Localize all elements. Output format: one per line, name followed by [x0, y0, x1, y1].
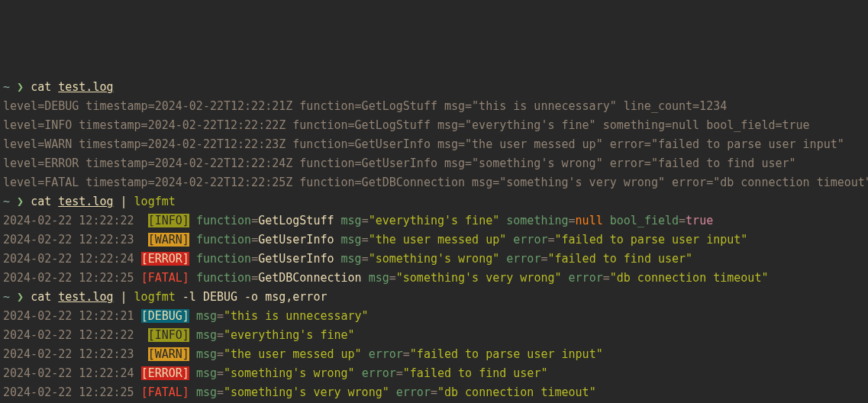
- equals-sign: =: [389, 271, 396, 285]
- log-key: function: [196, 233, 251, 247]
- log-key: error: [513, 233, 547, 247]
- equals-sign: =: [396, 366, 403, 380]
- log-key: msg: [369, 271, 389, 285]
- prompt-home: ~: [3, 80, 17, 94]
- log-value: "something's very wrong": [224, 385, 389, 399]
- log-value: "this is unnecessary": [224, 309, 369, 323]
- log-line: 2024-02-22 12:22:24 [ERROR] msg="somethi…: [3, 364, 865, 383]
- cat-command: cat: [31, 195, 58, 208]
- log-key: something: [506, 214, 568, 227]
- log-key: msg: [196, 309, 217, 323]
- raw-log-line: level=DEBUG timestamp=2024-02-22T12:22:2…: [3, 97, 865, 116]
- filename: test.log: [58, 80, 113, 94]
- log-line: 2024-02-22 12:22:23 [WARN] msg="the user…: [3, 345, 865, 364]
- level-badge-fatal: [FATAL]: [141, 385, 189, 399]
- level-badge-error: [ERROR]: [141, 366, 189, 380]
- log-line: 2024-02-22 12:22:25 [FATAL] msg="somethi…: [3, 383, 865, 402]
- log-line: 2024-02-22 12:22:22 [INFO] msg="everythi…: [3, 326, 865, 345]
- log-key: msg: [196, 366, 217, 380]
- timestamp: 2024-02-22 12:22:23: [3, 347, 134, 361]
- timestamp: 2024-02-22 12:22:22: [3, 214, 134, 227]
- equals-sign: =: [362, 252, 369, 266]
- prompt-line[interactable]: ~ ❯ cat test.log | logfmt -l DEBUG -o ms…: [3, 288, 865, 307]
- level-badge-info: [INFO]: [148, 214, 189, 227]
- log-key: error: [569, 271, 603, 285]
- log-value: GetUserInfo: [258, 233, 334, 247]
- log-value: "everything's fine": [369, 214, 500, 227]
- prompt-arrow-icon: ❯: [17, 290, 31, 304]
- timestamp: 2024-02-22 12:22:22: [3, 328, 134, 342]
- equals-sign: =: [217, 385, 224, 399]
- logfmt-command: logfmt: [134, 290, 176, 304]
- level-badge-debug: [DEBUG]: [141, 309, 189, 323]
- log-value: true: [686, 214, 713, 227]
- equals-sign: =: [362, 214, 369, 227]
- level-badge-info: [INFO]: [148, 328, 189, 342]
- equals-sign: =: [362, 233, 369, 247]
- log-value: "the user messed up": [224, 347, 362, 361]
- pipe: |: [114, 290, 134, 304]
- prompt-line[interactable]: ~ ❯ cat test.log: [3, 78, 865, 97]
- timestamp: 2024-02-22 12:22:23: [3, 233, 134, 247]
- equals-sign: =: [251, 214, 258, 227]
- raw-log-line: level=FATAL timestamp=2024-02-22T12:22:2…: [3, 173, 865, 192]
- equals-sign: =: [251, 233, 258, 247]
- log-line: 2024-02-22 12:22:21 [DEBUG] msg="this is…: [3, 307, 865, 326]
- log-value: "the user messed up": [369, 233, 507, 247]
- timestamp: 2024-02-22 12:22:24: [3, 366, 134, 380]
- log-value: "everything's fine": [224, 328, 355, 342]
- log-line: 2024-02-22 12:22:22 [INFO] function=GetL…: [3, 211, 865, 231]
- equals-sign: =: [217, 366, 224, 380]
- log-key: msg: [341, 214, 362, 227]
- log-value: GetUserInfo: [258, 252, 334, 266]
- filename: test.log: [58, 195, 113, 208]
- log-value: "something's very wrong": [396, 271, 562, 285]
- equals-sign: =: [431, 385, 437, 399]
- log-value: "something's wrong": [224, 366, 355, 380]
- equals-sign: =: [217, 347, 224, 361]
- equals-sign: =: [251, 252, 258, 266]
- log-value: "failed to find user": [403, 366, 548, 380]
- level-badge-warn: [WARN]: [148, 347, 189, 361]
- equals-sign: =: [569, 214, 576, 227]
- prompt-line[interactable]: ~ ❯ cat test.log | logfmt: [3, 192, 865, 211]
- log-value: "failed to find user": [547, 252, 692, 266]
- terminal-output: ~ ❯ cat test.loglevel=DEBUG timestamp=20…: [3, 78, 865, 403]
- log-value: "failed to parse user input": [555, 233, 748, 247]
- log-line: 2024-02-22 12:22:24 [ERROR] function=Get…: [3, 250, 865, 269]
- log-key: msg: [196, 385, 217, 399]
- log-key: error: [369, 347, 403, 361]
- timestamp: 2024-02-22 12:22:25: [3, 271, 134, 285]
- timestamp: 2024-02-22 12:22:24: [3, 252, 134, 266]
- level-badge-warn: [WARN]: [148, 233, 189, 247]
- log-value: "something's wrong": [369, 252, 500, 266]
- log-key: msg: [196, 328, 217, 342]
- log-line: 2024-02-22 12:22:25 [FATAL] function=Get…: [3, 269, 865, 288]
- cat-command: cat: [31, 290, 58, 304]
- level-badge-fatal: [FATAL]: [141, 271, 189, 285]
- raw-log-line: level=ERROR timestamp=2024-02-22T12:22:2…: [3, 154, 865, 173]
- log-key: bool_field: [610, 214, 679, 227]
- equals-sign: =: [403, 347, 410, 361]
- cat-command: cat: [31, 80, 58, 94]
- log-value: "db connection timeout": [437, 385, 596, 399]
- log-key: msg: [196, 347, 217, 361]
- log-key: function: [196, 214, 251, 227]
- equals-sign: =: [251, 271, 258, 285]
- level-badge-error: [ERROR]: [141, 252, 189, 266]
- log-value: "db connection timeout": [610, 271, 769, 285]
- log-key: function: [196, 252, 251, 266]
- raw-log-line: level=WARN timestamp=2024-02-22T12:22:23…: [3, 135, 865, 154]
- raw-log-line: level=INFO timestamp=2024-02-22T12:22:22…: [3, 116, 865, 135]
- equals-sign: =: [217, 309, 224, 323]
- logfmt-flags: -l DEBUG -o msg,error: [176, 290, 328, 304]
- log-key: error: [506, 252, 540, 266]
- equals-sign: =: [679, 214, 686, 227]
- log-value: "failed to parse user input": [410, 347, 603, 361]
- log-key: msg: [341, 252, 362, 266]
- filename: test.log: [58, 290, 113, 304]
- equals-sign: =: [547, 233, 554, 247]
- log-value: GetDBConnection: [258, 271, 361, 285]
- equals-sign: =: [217, 328, 224, 342]
- prompt-arrow-icon: ❯: [17, 195, 31, 208]
